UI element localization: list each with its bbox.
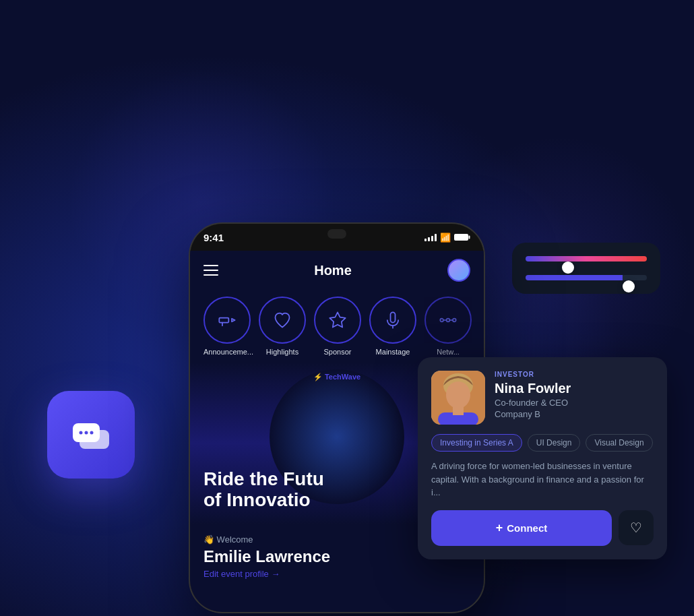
category-item-highlights[interactable]: Highlights <box>259 297 306 356</box>
investor-name: Nina Fowler <box>495 381 654 396</box>
svg-point-2 <box>80 431 83 435</box>
tag-ui-design: UI Design <box>528 434 581 452</box>
svg-point-9 <box>447 319 450 322</box>
svg-point-16 <box>446 381 470 408</box>
investor-badge: INVESTOR <box>495 371 654 378</box>
techwave-brand: ⚡ TechWave <box>313 373 360 381</box>
category-label-networking: Netw... <box>437 348 460 356</box>
investor-bio: A driving force for women-led businesses… <box>431 460 654 499</box>
svg-rect-6 <box>469 236 470 239</box>
phone-time: 9:41 <box>203 232 224 243</box>
investor-tags: Investing in Series A UI Design Visual D… <box>431 434 654 452</box>
svg-rect-5 <box>454 234 468 241</box>
investor-info: INVESTOR Nina Fowler Co-founder & CEO Co… <box>495 371 654 419</box>
category-circle-sponsor <box>314 297 361 344</box>
investor-photo <box>431 371 485 425</box>
svg-point-10 <box>440 319 443 322</box>
slider-2[interactable] <box>526 275 647 280</box>
status-bar: 9:41 📶 <box>190 224 484 251</box>
category-circle-highlights <box>259 297 306 344</box>
category-item-mainstage[interactable]: Mainstage <box>369 297 416 356</box>
category-item-sponsor[interactable]: Sponsor <box>314 297 361 356</box>
category-circle-announcements <box>203 297 251 344</box>
investor-title: Co-founder & CEO <box>495 398 654 408</box>
heart-icon <box>273 311 292 330</box>
like-button[interactable]: ♡ <box>619 510 654 545</box>
svg-point-4 <box>90 431 94 435</box>
category-circle-mainstage <box>369 297 416 344</box>
hero-headline-line1: Ride the Futu <box>203 468 324 489</box>
edit-profile-link[interactable]: Edit event profile → <box>203 569 470 579</box>
slider-panel <box>512 243 660 294</box>
svg-rect-1 <box>80 430 109 449</box>
category-item-networking[interactable]: Netw... <box>424 297 472 356</box>
signal-icon <box>424 233 437 241</box>
category-row: Announceme... Highlights <box>190 290 484 363</box>
connect-label: Connect <box>507 522 547 534</box>
plus-icon: + <box>496 521 503 535</box>
svg-rect-18 <box>453 406 464 415</box>
svg-point-3 <box>85 431 88 435</box>
svg-point-11 <box>453 319 456 322</box>
heart-icon: ♡ <box>630 520 642 536</box>
app-icon-graphic <box>67 411 115 458</box>
tag-investing: Investing in Series A <box>431 434 522 452</box>
category-label-sponsor: Sponsor <box>324 348 352 356</box>
card-actions: + Connect ♡ <box>431 510 654 546</box>
network-icon <box>439 311 458 330</box>
home-header: Home <box>190 251 484 290</box>
connect-button[interactable]: + Connect <box>431 510 612 546</box>
investor-photo-illustration <box>431 371 485 425</box>
mic-icon <box>383 311 402 330</box>
app-icon[interactable] <box>47 391 135 479</box>
status-icons: 📶 <box>424 233 470 243</box>
svg-rect-7 <box>219 318 228 323</box>
tag-visual-design: Visual Design <box>586 434 652 452</box>
category-label-highlights: Highlights <box>266 348 298 356</box>
home-title: Home <box>314 263 352 278</box>
camera-pill <box>327 229 346 239</box>
investor-header: INVESTOR Nina Fowler Co-founder & CEO Co… <box>431 371 654 425</box>
app-icon-wrapper <box>47 391 135 479</box>
category-label-mainstage: Mainstage <box>376 348 410 356</box>
category-item-announcements[interactable]: Announceme... <box>203 297 251 356</box>
menu-button[interactable] <box>203 265 218 276</box>
investor-card: INVESTOR Nina Fowler Co-founder & CEO Co… <box>418 357 667 559</box>
battery-icon <box>454 233 470 241</box>
hero-headline-line2: of Innovatio <box>203 489 311 510</box>
investor-company: Company B <box>495 409 654 419</box>
user-avatar[interactable] <box>447 259 470 282</box>
category-circle-networking <box>424 297 472 344</box>
wifi-icon: 📶 <box>440 233 451 243</box>
slider-1[interactable] <box>526 256 647 261</box>
megaphone-icon <box>218 311 236 330</box>
category-label-announcements: Announceme... <box>203 348 251 356</box>
star-icon <box>328 311 347 330</box>
